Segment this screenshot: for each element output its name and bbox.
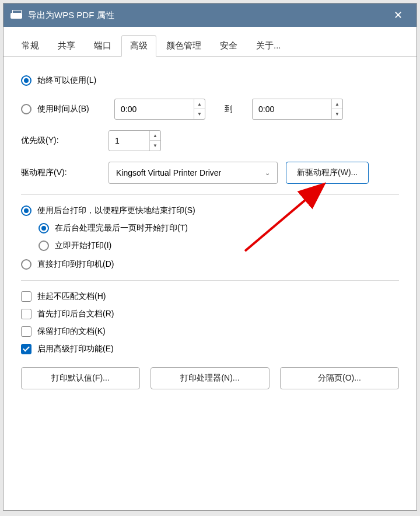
checkbox-keep-docs[interactable] xyxy=(21,326,32,337)
time-to-up[interactable]: ▲ xyxy=(332,99,342,109)
divider xyxy=(21,280,399,281)
spooled-first-label: 首先打印后台文档(R) xyxy=(37,309,114,319)
tab-color-management[interactable]: 颜色管理 xyxy=(158,35,210,56)
print-processor-button[interactable]: 打印处理器(N)... xyxy=(150,367,270,389)
to-label: 到 xyxy=(205,104,252,114)
radio-immediate[interactable] xyxy=(38,240,49,251)
priority-label: 优先级(Y): xyxy=(21,135,108,146)
radio-use-spool[interactable] xyxy=(21,205,32,216)
new-driver-button[interactable]: 新驱动程序(W)... xyxy=(286,162,369,184)
direct-print-label: 直接打印到打印机(D) xyxy=(37,259,114,270)
tab-about[interactable]: 关于... xyxy=(247,35,290,56)
time-to-value: 0:00 xyxy=(253,104,331,114)
time-from-down[interactable]: ▼ xyxy=(194,109,205,119)
close-button[interactable]: ✕ xyxy=(386,4,410,27)
printing-defaults-button[interactable]: 打印默认值(F)... xyxy=(21,367,140,389)
priority-up[interactable]: ▲ xyxy=(150,131,160,141)
priority-value: 1 xyxy=(109,136,149,145)
chevron-down-icon: ⌄ xyxy=(265,169,270,177)
tab-strip: 常规 共享 端口 高级 颜色管理 安全 关于... xyxy=(4,27,416,57)
checkbox-advanced-features[interactable] xyxy=(21,344,32,354)
tab-advanced[interactable]: 高级 xyxy=(121,35,156,57)
tab-content: 始终可以使用(L) 使用时间从(B) 0:00 ▲ ▼ 到 0:00 ▲ ▼ xyxy=(4,57,416,510)
time-from-up[interactable]: ▲ xyxy=(194,99,205,109)
priority-input[interactable]: 1 ▲ ▼ xyxy=(108,130,161,151)
after-last-page-label: 在后台处理完最后一页时开始打印(T) xyxy=(55,223,188,233)
window-title: 导出为WPS PDF 属性 xyxy=(28,10,386,21)
time-to-down[interactable]: ▼ xyxy=(332,109,342,119)
driver-label: 驱动程序(V): xyxy=(21,168,108,178)
keep-docs-label: 保留打印的文档(K) xyxy=(37,326,106,337)
radio-schedule[interactable] xyxy=(21,104,32,114)
tab-sharing[interactable]: 共享 xyxy=(49,35,84,56)
radio-direct-print[interactable] xyxy=(21,259,32,270)
time-from-input[interactable]: 0:00 ▲ ▼ xyxy=(114,99,205,120)
printer-icon xyxy=(10,10,22,20)
use-spool-label: 使用后台打印，以便程序更快地结束打印(S) xyxy=(37,205,195,216)
schedule-label: 使用时间从(B) xyxy=(37,104,114,114)
time-from-value: 0:00 xyxy=(115,104,194,114)
properties-dialog: 导出为WPS PDF 属性 ✕ 常规 共享 端口 高级 颜色管理 安全 关于..… xyxy=(3,3,417,511)
separator-page-button[interactable]: 分隔页(O)... xyxy=(280,367,399,389)
advanced-features-label: 启用高级打印功能(E) xyxy=(37,344,114,354)
driver-select[interactable]: Kingsoft Virtual Printer Driver ⌄ xyxy=(108,162,278,184)
tab-general[interactable]: 常规 xyxy=(13,35,48,56)
checkbox-spooled-first[interactable] xyxy=(21,309,32,319)
always-available-label: 始终可以使用(L) xyxy=(37,75,96,86)
radio-always-available[interactable] xyxy=(21,75,32,86)
divider xyxy=(21,194,399,195)
tab-ports[interactable]: 端口 xyxy=(85,35,120,56)
hold-mismatch-label: 挂起不匹配文档(H) xyxy=(37,291,106,302)
time-to-input[interactable]: 0:00 ▲ ▼ xyxy=(252,99,343,120)
checkbox-hold-mismatch[interactable] xyxy=(21,291,32,302)
immediate-label: 立即开始打印(I) xyxy=(55,240,111,251)
tab-security[interactable]: 安全 xyxy=(211,35,246,56)
driver-selected: Kingsoft Virtual Printer Driver xyxy=(116,168,265,177)
radio-after-last-page[interactable] xyxy=(38,223,49,233)
priority-down[interactable]: ▼ xyxy=(150,141,160,151)
titlebar: 导出为WPS PDF 属性 ✕ xyxy=(4,4,416,27)
